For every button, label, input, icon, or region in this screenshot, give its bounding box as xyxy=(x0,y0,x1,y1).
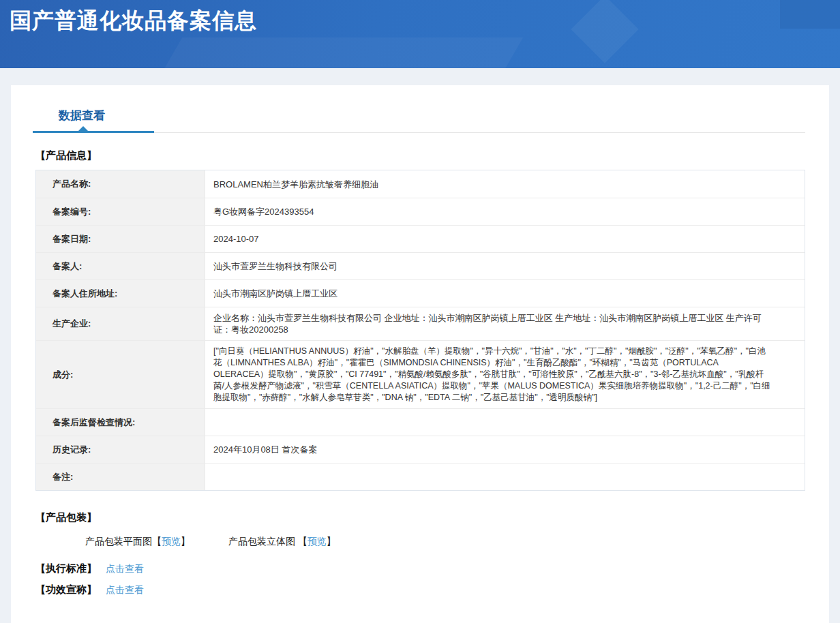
content-card: 数据查看 【产品信息】 产品名称: BROLAMEN柏兰梦羊胎素抗皱奢养细胞油 … xyxy=(11,85,829,623)
package-flat-preview-link[interactable]: 预览 xyxy=(162,536,181,547)
row-label: 成分: xyxy=(36,341,205,408)
row-product-name: 产品名称: BROLAMEN柏兰梦羊胎素抗皱奢养细胞油 xyxy=(36,170,805,198)
product-info-heading: 【产品信息】 xyxy=(35,149,805,162)
row-label: 备案人住所地址: xyxy=(36,280,205,307)
exec-standard-view-link[interactable]: 点击查看 xyxy=(106,563,144,575)
page-title: 国产普通化妆品备案信息 xyxy=(10,6,257,36)
package-stereo-preview-link[interactable]: 预览 xyxy=(308,536,327,547)
tab-bar: 数据查看 xyxy=(35,85,805,123)
header-decoration xyxy=(780,0,840,29)
product-info-table: 产品名称: BROLAMEN柏兰梦羊胎素抗皱奢养细胞油 备案编号: 粤G妆网备字… xyxy=(35,170,805,491)
efficacy-row: 【功效宣称】 点击查看 xyxy=(35,583,805,596)
row-label: 生产企业: xyxy=(36,307,205,340)
header-decoration xyxy=(571,0,639,63)
row-value: 粤G妆网备字2024393554 xyxy=(205,198,805,225)
page: 国产普通化妆品备案信息 数据查看 【产品信息】 产品名称: BROLAMEN柏兰… xyxy=(0,0,840,623)
row-post-filing-supervision: 备案后监督检查情况: xyxy=(36,408,805,436)
row-ingredients: 成分: ["向日葵（HELIANTHUS ANNUUS）籽油"，"水解胎盘（羊）… xyxy=(36,340,805,408)
exec-standard-row: 【执行标准】 点击查看 xyxy=(35,562,805,575)
efficacy-heading: 【功效宣称】 xyxy=(35,583,97,596)
row-filer: 备案人: 汕头市萱罗兰生物科技有限公司 xyxy=(36,252,805,279)
exec-standard-heading: 【执行标准】 xyxy=(35,562,97,575)
row-label: 备案日期: xyxy=(36,226,205,252)
tab-active-triangle xyxy=(78,126,89,132)
package-stereo-label: 产品包装立体图 【 xyxy=(228,536,308,547)
tab-strip xyxy=(35,131,805,133)
row-value: 2024-10-07 xyxy=(205,226,805,252)
package-flat-item: 产品包装平面图【预览】 xyxy=(85,536,190,548)
row-label: 备案后监督检查情况: xyxy=(36,409,205,436)
package-flat-label-close: 】 xyxy=(181,536,190,547)
row-label: 备注: xyxy=(36,464,205,490)
package-stereo-label-close: 】 xyxy=(327,536,336,547)
package-stereo-item: 产品包装立体图 【预览】 xyxy=(228,536,336,548)
row-label: 产品名称: xyxy=(36,170,205,198)
row-history: 历史记录: 2024年10月08日 首次备案 xyxy=(36,436,805,463)
tab-data-view[interactable]: 数据查看 xyxy=(59,108,105,123)
row-value: ["向日葵（HELIANTHUS ANNUUS）籽油"，"水解胎盘（羊）提取物"… xyxy=(205,341,805,408)
row-filing-number: 备案编号: 粤G妆网备字2024393554 xyxy=(36,198,805,225)
package-line: 产品包装平面图【预览】 产品包装立体图 【预览】 xyxy=(35,536,805,548)
header-banner: 国产普通化妆品备案信息 xyxy=(0,0,840,68)
row-label: 备案人: xyxy=(36,253,205,279)
row-manufacturer: 生产企业: 企业名称：汕头市萱罗兰生物科技有限公司 企业地址：汕头市潮南区胪岗镇… xyxy=(36,307,805,340)
row-value: 汕头市萱罗兰生物科技有限公司 xyxy=(205,253,805,279)
row-value xyxy=(205,409,805,436)
package-flat-label: 产品包装平面图【 xyxy=(85,536,162,547)
efficacy-view-link[interactable]: 点击查看 xyxy=(106,584,144,596)
row-label: 历史记录: xyxy=(36,436,205,463)
row-label: 备案编号: xyxy=(36,198,205,225)
tab-active-indicator xyxy=(33,131,154,133)
row-value xyxy=(205,464,805,490)
row-filer-address: 备案人住所地址: 汕头市潮南区胪岗镇上厝工业区 xyxy=(36,279,805,307)
row-value: 汕头市潮南区胪岗镇上厝工业区 xyxy=(205,280,805,307)
package-heading: 【产品包装】 xyxy=(35,511,805,524)
row-value: BROLAMEN柏兰梦羊胎素抗皱奢养细胞油 xyxy=(205,170,805,198)
header-decoration xyxy=(159,37,524,68)
row-value: 企业名称：汕头市萱罗兰生物科技有限公司 企业地址：汕头市潮南区胪岗镇上厝工业区 … xyxy=(205,307,805,340)
row-remarks: 备注: xyxy=(36,463,805,490)
row-filing-date: 备案日期: 2024-10-07 xyxy=(36,225,805,252)
row-value: 2024年10月08日 首次备案 xyxy=(205,436,805,463)
